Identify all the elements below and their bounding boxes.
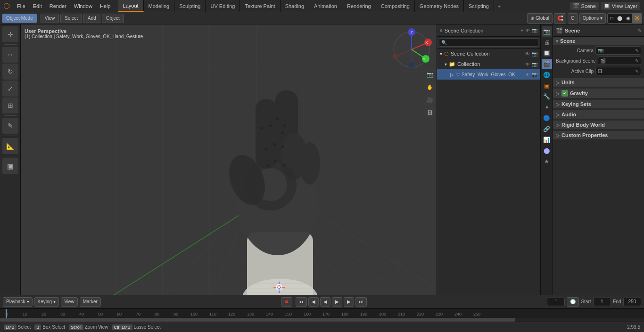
prop-units-header[interactable]: ▷ Units: [553, 78, 644, 87]
view-layer-selector[interactable]: 🔲 View Layer: [601, 2, 640, 10]
prop-custom-props-header[interactable]: ▷ Custom Properties: [553, 131, 644, 139]
menu-help[interactable]: Help: [96, 0, 115, 12]
prop-icon-shaderfx[interactable]: ★: [542, 156, 552, 167]
outliner-search-input[interactable]: [448, 40, 536, 45]
bg-scene-value[interactable]: 🎬 ✎: [598, 57, 641, 65]
menu-render[interactable]: Render: [46, 0, 70, 12]
next-frame-btn[interactable]: ▶: [344, 297, 354, 307]
active-clip-eyedropper-icon[interactable]: ✎: [635, 69, 639, 74]
tab-compositing[interactable]: Compositing: [376, 0, 415, 12]
prop-scene-section-header[interactable]: ▾ Scene: [553, 37, 644, 45]
prop-icon-output[interactable]: 🖨: [542, 37, 552, 48]
viewport-3d[interactable]: User Perspective (1) Collection | Safety…: [21, 24, 437, 295]
end-frame-input[interactable]: 250: [623, 298, 641, 306]
camera-value[interactable]: 📷 ✎: [595, 46, 641, 55]
tab-shading[interactable]: Shading: [281, 0, 309, 12]
prop-icon-material[interactable]: ⬤: [542, 146, 552, 156]
record-btn[interactable]: ⏺: [281, 297, 292, 307]
outliner-render-icon[interactable]: 📷: [532, 28, 537, 33]
measure-tool[interactable]: 📐: [2, 138, 18, 154]
frame-clock-btn[interactable]: 🕐: [567, 297, 579, 307]
prop-edit-icon[interactable]: ✎: [637, 28, 641, 33]
rotate-tool[interactable]: ↻: [2, 64, 18, 80]
timeline-track[interactable]: 0 10 20 30 40 50 60 70 80 90 100 110 120…: [0, 308, 644, 322]
cursor-tool[interactable]: ✛: [2, 26, 18, 42]
rendered-mode-btn[interactable]: 🔆: [632, 13, 642, 24]
timeline-view-menu[interactable]: View: [61, 297, 78, 307]
gloves-view-btn[interactable]: 👁: [525, 72, 530, 77]
solid-mode-btn[interactable]: ⬤: [615, 13, 624, 24]
navigation-gizmo[interactable]: X Y Z: [390, 28, 433, 71]
select-menu-btn[interactable]: Select: [60, 14, 82, 23]
camera-lock-btn[interactable]: 🎥: [424, 94, 436, 105]
jump-start-btn[interactable]: ⏮: [296, 297, 307, 307]
current-frame-input[interactable]: 1: [547, 298, 565, 306]
outliner-item-scene-collection[interactable]: ▾ ⬡ Scene Collection 👁 📷: [437, 49, 540, 59]
prop-icon-constraints[interactable]: 🔗: [542, 124, 552, 134]
camera-view-btn[interactable]: 📷: [424, 69, 436, 80]
menu-window[interactable]: Window: [70, 0, 96, 12]
prop-icon-data[interactable]: 📊: [542, 135, 552, 145]
tab-scripting[interactable]: Scripting: [464, 0, 494, 12]
blender-logo[interactable]: ⬡: [0, 0, 13, 12]
active-clip-value[interactable]: 🎞 ✎: [595, 67, 641, 75]
viewport-render-btn[interactable]: 🖼: [424, 107, 436, 118]
object-mode-selector[interactable]: Object Mode: [2, 14, 37, 23]
prop-icon-scene[interactable]: 🎬: [542, 59, 552, 69]
add-menu-btn[interactable]: Add: [83, 14, 100, 23]
material-preview-btn[interactable]: ◉: [624, 13, 632, 24]
prop-icon-modifier[interactable]: 🔧: [542, 91, 552, 102]
menu-edit[interactable]: Edit: [29, 0, 46, 12]
keying-menu[interactable]: Keying ▾: [34, 297, 59, 307]
outliner-filter-icon[interactable]: ≡: [440, 28, 443, 33]
prop-icon-object[interactable]: ▣: [542, 81, 552, 91]
prop-icon-particles[interactable]: ✦: [542, 102, 552, 113]
play-btn[interactable]: ▶: [332, 297, 342, 307]
scene-coll-render-btn[interactable]: 📷: [532, 51, 537, 57]
outliner-item-gloves[interactable]: ▷ ▽ Safety_Work_Gloves_OK 👁 📷: [437, 69, 540, 80]
move-tool[interactable]: ↔: [2, 47, 18, 63]
gravity-checkbox[interactable]: ✓: [561, 90, 568, 97]
object-menu-btn[interactable]: Object: [102, 14, 124, 23]
jump-end-btn[interactable]: ⏭: [355, 297, 367, 307]
coll-render-btn[interactable]: 📷: [532, 62, 537, 67]
tab-texture-paint[interactable]: Texture Paint: [240, 0, 280, 12]
tab-sculpting[interactable]: Sculpting: [174, 0, 206, 12]
scene-selector[interactable]: 🎬 Scene: [570, 2, 599, 10]
add-workspace-button[interactable]: +: [494, 3, 504, 9]
transform-tool[interactable]: ⊞: [2, 97, 18, 113]
tab-rendering[interactable]: Rendering: [342, 0, 376, 12]
proportional-editing[interactable]: O: [568, 13, 578, 24]
prop-icon-view-layer[interactable]: 🔲: [542, 48, 552, 58]
annotate-tool[interactable]: ✎: [2, 118, 18, 134]
prev-frame-btn[interactable]: ◀: [308, 297, 319, 307]
tab-geometry-nodes[interactable]: Geometry Nodes: [415, 0, 464, 12]
play-reverse-btn[interactable]: ◀: [320, 297, 330, 307]
prop-icon-render[interactable]: 📷: [542, 26, 552, 37]
tab-animation[interactable]: Animation: [309, 0, 342, 12]
global-transform-btn[interactable]: ⊕ Global: [527, 13, 553, 24]
prop-keying-sets-header[interactable]: ▷ Keying Sets: [553, 100, 644, 108]
marker-menu[interactable]: Marker: [80, 297, 101, 307]
wireframe-mode-btn[interactable]: ◻: [608, 13, 615, 24]
view-menu-btn[interactable]: View: [41, 14, 59, 23]
prop-icon-world[interactable]: 🌐: [542, 70, 552, 80]
outliner-view-icon[interactable]: 👁: [525, 28, 530, 33]
prop-gravity-header[interactable]: ▷ ✓ Gravity: [553, 89, 644, 98]
start-frame-input[interactable]: 1: [593, 298, 611, 306]
options-btn[interactable]: Options ▾: [579, 13, 606, 24]
tab-uv-editing[interactable]: UV Editing: [206, 0, 240, 12]
bg-scene-eyedropper-icon[interactable]: ✎: [635, 58, 639, 64]
prop-audio-header[interactable]: ▷ Audio: [553, 110, 644, 119]
playback-menu[interactable]: Playback ▾: [3, 297, 33, 307]
timeline-scrollbar-thumb[interactable]: [0, 318, 515, 322]
camera-eyedropper-icon[interactable]: ✎: [635, 48, 639, 53]
timeline-scrollbar[interactable]: [0, 318, 644, 322]
prop-icon-physics[interactable]: 🔵: [542, 113, 552, 123]
prop-rigid-body-header[interactable]: ▷ Rigid Body World: [553, 121, 644, 129]
gloves-render-btn[interactable]: 📷: [532, 72, 537, 77]
coll-view-btn[interactable]: 👁: [525, 62, 530, 67]
add-cube-tool[interactable]: ▣: [2, 158, 18, 174]
viewport-hand-btn[interactable]: ✋: [424, 81, 436, 93]
snap-toggle[interactable]: 🧲: [554, 13, 566, 24]
